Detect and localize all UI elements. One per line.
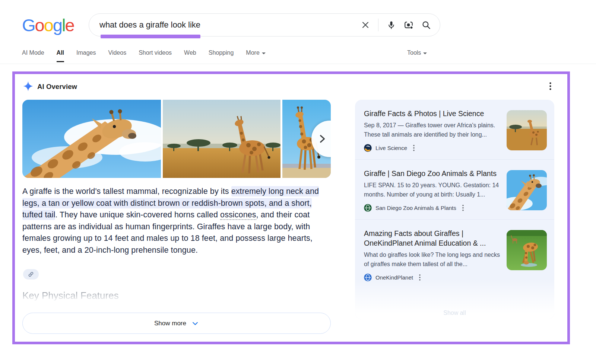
show-more-button[interactable]: Show more: [22, 313, 331, 334]
source-card-live-science[interactable]: Giraffe Facts & Photos | Live Science Se…: [355, 100, 554, 159]
search-icon[interactable]: [421, 20, 431, 30]
card-description: Sep 8, 2017 — Giraffes tower over Africa…: [364, 121, 502, 139]
header-divider: [0, 64, 596, 64]
camera-lens-icon[interactable]: [404, 20, 413, 30]
search-input[interactable]: what does a giraffe look like: [99, 20, 353, 30]
card-title: Giraffe | San Diego Zoo Animals & Plants: [364, 169, 502, 178]
tab-images[interactable]: Images: [76, 50, 96, 61]
card-thumbnail-giraffe-drinking[interactable]: [507, 230, 547, 270]
tab-videos[interactable]: Videos: [108, 50, 127, 61]
ossicones-term-link[interactable]: ossicones: [220, 210, 256, 220]
source-name: Live Science: [375, 145, 407, 151]
ai-overview-section: AI Overview: [12, 71, 570, 344]
ai-sparkle-icon: [23, 81, 33, 91]
paragraph-text: . They have unique skin-covered horns ca…: [55, 210, 220, 219]
show-more-label: Show more: [154, 320, 186, 327]
card-menu-icon[interactable]: [413, 145, 415, 151]
tools-button[interactable]: Tools: [407, 50, 427, 56]
search-bar-divider: [378, 19, 378, 31]
overflow-menu-icon[interactable]: [546, 82, 555, 90]
card-title: Giraffe Facts & Photos | Live Science: [364, 109, 502, 118]
logo-letter: o: [35, 15, 44, 35]
card-menu-icon[interactable]: [462, 205, 464, 211]
card-thumbnail-savanna[interactable]: [507, 110, 547, 150]
san-diego-zoo-favicon: [364, 204, 372, 212]
results-tabs: AI Mode All Images Videos Short videos W…: [22, 50, 266, 62]
card-description: What do giraffes look like? The long leg…: [364, 250, 502, 269]
citation-link-chip[interactable]: [23, 269, 39, 280]
clear-icon[interactable]: [361, 20, 370, 30]
chevron-down-icon: [191, 320, 199, 327]
paragraph-text: A giraffe is the world's tallest mammal,…: [22, 187, 231, 196]
tab-more[interactable]: More: [246, 50, 265, 61]
logo-letter: o: [44, 15, 53, 35]
logo-letter: G: [22, 15, 35, 35]
giraffe-photo-walking-savanna[interactable]: [163, 100, 280, 178]
giraffe-photo-head-closeup[interactable]: [22, 100, 161, 178]
live-science-favicon: [364, 144, 372, 152]
ai-overview-paragraph: A giraffe is the world's tallest mammal,…: [22, 186, 334, 256]
source-name: San Diego Zoo Animals & Plants: [375, 205, 456, 211]
card-description: LIFE SPAN. 15 to 20 years. YOUNG. Gestat…: [364, 181, 502, 199]
card-thumbnail-giraffe-head[interactable]: [507, 170, 547, 210]
link-icon: [28, 271, 34, 277]
microphone-icon[interactable]: [386, 20, 396, 30]
faded-section-heading: Key Physical Features: [22, 290, 119, 301]
image-carousel: [22, 100, 331, 178]
google-logo[interactable]: Google: [22, 15, 74, 35]
logo-letter: g: [53, 15, 62, 35]
ai-overview-title: AI Overview: [37, 83, 77, 91]
card-title: Amazing Facts about Giraffes | OneKindPl…: [364, 229, 502, 248]
logo-letter: l: [62, 15, 65, 35]
sources-panel: Giraffe Facts & Photos | Live Science Se…: [355, 100, 554, 319]
search-bar[interactable]: what does a giraffe look like: [89, 13, 440, 36]
query-highlight-annotation: [101, 35, 200, 38]
source-card-san-diego-zoo[interactable]: Giraffe | San Diego Zoo Animals & Plants…: [355, 159, 554, 219]
logo-letter: e: [65, 15, 74, 35]
tab-ai-mode[interactable]: AI Mode: [22, 50, 44, 61]
chevron-down-icon: [423, 52, 427, 54]
tab-all[interactable]: All: [57, 50, 64, 62]
tab-short-videos[interactable]: Short videos: [139, 50, 172, 61]
show-all-button[interactable]: Show all: [355, 310, 554, 316]
tab-web[interactable]: Web: [184, 50, 196, 61]
chevron-down-icon: [262, 52, 266, 54]
tab-shopping[interactable]: Shopping: [209, 50, 234, 61]
